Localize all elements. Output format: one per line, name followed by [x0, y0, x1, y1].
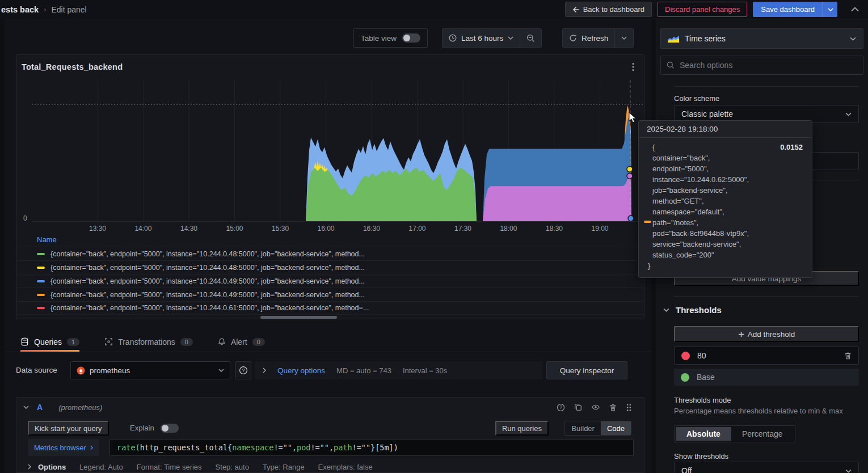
threshold-color-dot[interactable]: [681, 373, 689, 382]
threshold-color-dot[interactable]: [681, 352, 690, 360]
discard-panel-changes-button[interactable]: Discard panel changes: [658, 2, 747, 17]
query-options-group: Query options MD = auto = 743 Interval =…: [255, 361, 542, 379]
top-bar: ests back › Edit panel Back to dashboard…: [0, 0, 868, 19]
explain-toggle[interactable]: [161, 424, 179, 433]
option-summary-item: Type: Range: [263, 463, 305, 471]
tab-transformations[interactable]: Transformations 0: [104, 332, 193, 352]
query-options-link[interactable]: Query options: [277, 366, 325, 375]
zoom-out-button[interactable]: [520, 29, 541, 47]
table-view-toggle[interactable]: [402, 33, 420, 43]
time-range-picker[interactable]: Last 6 hours: [443, 29, 520, 47]
mode-absolute-option[interactable]: Absolute: [676, 427, 731, 441]
eye-icon[interactable]: [591, 403, 600, 412]
chevron-down-icon: [663, 308, 669, 312]
query-row-header[interactable]: A (prometheus) ?: [16, 398, 644, 417]
refresh-icon: [569, 34, 577, 42]
tooltip-label-line: container="back",: [648, 153, 803, 163]
toggle-knob: [162, 425, 168, 432]
datasource-label: Data source: [16, 366, 57, 374]
legend-header[interactable]: Name: [37, 235, 644, 244]
search-icon: [667, 61, 675, 69]
hover-point-marker: [628, 216, 634, 221]
show-thresholds-value: Off: [681, 466, 692, 473]
x-tick-label: 14:30: [180, 225, 197, 233]
builder-option[interactable]: Builder: [565, 421, 600, 435]
show-thresholds-select[interactable]: Off: [674, 462, 859, 473]
promql-token: namespace: [232, 443, 273, 452]
tooltip-labels: container="back",endpoint="5000",instanc…: [648, 153, 803, 260]
chart-plot-area[interactable]: [32, 80, 644, 222]
active-tab-underline: [20, 350, 79, 352]
query-ref-id[interactable]: A: [37, 403, 43, 412]
query-inspector-button[interactable]: Query inspector: [546, 361, 627, 379]
datasource-row: Data source prometheus ? Query options M…: [5, 361, 651, 380]
tooltip-label-line: method="GET",: [648, 196, 803, 206]
drag-handle-icon[interactable]: [626, 403, 631, 412]
x-tick-label: 17:30: [454, 225, 471, 233]
legend-row[interactable]: {container="back", endpoint="5000", inst…: [16, 301, 644, 315]
run-queries-button[interactable]: Run queries: [495, 421, 549, 436]
prometheus-icon: [77, 366, 85, 375]
legend-row[interactable]: {container="back", endpoint="5000", inst…: [16, 260, 644, 274]
promql-token: rate(: [117, 443, 140, 452]
table-view-label: Table view: [361, 34, 397, 43]
back-to-dashboard-button[interactable]: Back to dashboard: [565, 2, 652, 17]
hover-point-marker: [627, 166, 633, 172]
help-circle-icon[interactable]: ?: [557, 403, 565, 412]
explain-label: Explain: [130, 424, 154, 432]
tooltip-label-line: job="backend-service",: [648, 185, 803, 196]
x-tick-label: 13:30: [89, 225, 106, 233]
chevron-right-icon[interactable]: [28, 464, 31, 470]
refresh-interval-caret[interactable]: [615, 29, 633, 47]
legend-series-label: {container="back", endpoint="5000", inst…: [50, 291, 365, 299]
legend-horizontal-scrollbar[interactable]: [260, 316, 337, 319]
threshold-base-label: Base: [697, 373, 715, 382]
tab-alert[interactable]: Alert 0: [218, 332, 265, 352]
trash-icon[interactable]: [609, 403, 617, 412]
legend-series-label: {container="back", endpoint="5000", inst…: [50, 304, 369, 312]
query-options-interval: Interval = 30s: [403, 366, 447, 375]
legend-rows: {container="back", endpoint="5000", inst…: [16, 247, 644, 315]
datasource-help-button[interactable]: ?: [235, 361, 251, 379]
search-options-input[interactable]: [680, 61, 857, 70]
save-dashboard-caret[interactable]: [823, 2, 837, 17]
breadcrumb-separator: ›: [44, 5, 46, 14]
tab-queries[interactable]: Queries 1: [20, 332, 79, 352]
tab-alert-count: 0: [252, 338, 265, 346]
legend-row[interactable]: {container="back", endpoint="5000", inst…: [16, 247, 644, 260]
datasource-picker[interactable]: prometheus: [70, 361, 230, 379]
option-summary-item: Exemplars: false: [318, 463, 373, 471]
duplicate-icon[interactable]: [574, 403, 582, 412]
add-threshold-button[interactable]: Add threshold: [674, 326, 859, 342]
threshold-row-base: Base: [674, 369, 859, 386]
breadcrumb-dashboard-name[interactable]: ests back: [1, 5, 39, 14]
promql-token: pod: [297, 443, 310, 452]
metrics-browser-button[interactable]: Metrics browser: [28, 439, 99, 456]
chevron-down-icon[interactable]: [23, 406, 29, 409]
trash-icon[interactable]: [844, 352, 852, 360]
mode-percentage-option[interactable]: Percentage: [731, 427, 794, 441]
promql-query-input[interactable]: rate(http_requests_total{namespace!="",p…: [109, 439, 634, 456]
code-option[interactable]: Code: [601, 421, 631, 435]
chart-hover-tooltip: 2025-02-28 19:18:00 { 0.0152 container="…: [638, 120, 812, 278]
tooltip-label-line: instance="10.244.0.62:5000",: [648, 174, 803, 185]
tab-queries-count: 1: [67, 338, 79, 346]
chevron-right-icon[interactable]: [263, 368, 266, 373]
option-summary-item: Step: auto: [216, 463, 249, 471]
legend-row[interactable]: {container="back", endpoint="5000", inst…: [16, 288, 644, 301]
refresh-button[interactable]: Refresh: [563, 29, 614, 47]
kick-start-query-button[interactable]: Kick start your query: [28, 421, 109, 436]
save-dashboard-button[interactable]: Save dashboard: [753, 2, 823, 17]
threshold-value[interactable]: 80: [697, 351, 706, 360]
legend-series-color: [37, 267, 45, 269]
tooltip-label-line: endpoint="5000",: [648, 163, 803, 174]
thresholds-section-header[interactable]: Thresholds: [656, 305, 722, 315]
thresholds-mode-label: Thresholds mode: [674, 396, 731, 404]
discard-label: Discard panel changes: [665, 5, 740, 14]
options-title[interactable]: Options: [38, 463, 66, 471]
panel-menu-kebab-icon[interactable]: [627, 61, 639, 73]
visualization-picker[interactable]: Time series: [660, 28, 863, 49]
chevron-up-icon[interactable]: [851, 7, 859, 12]
chevron-right-icon: [90, 445, 93, 450]
legend-row[interactable]: {container="back", endpoint="5000", inst…: [16, 274, 644, 288]
